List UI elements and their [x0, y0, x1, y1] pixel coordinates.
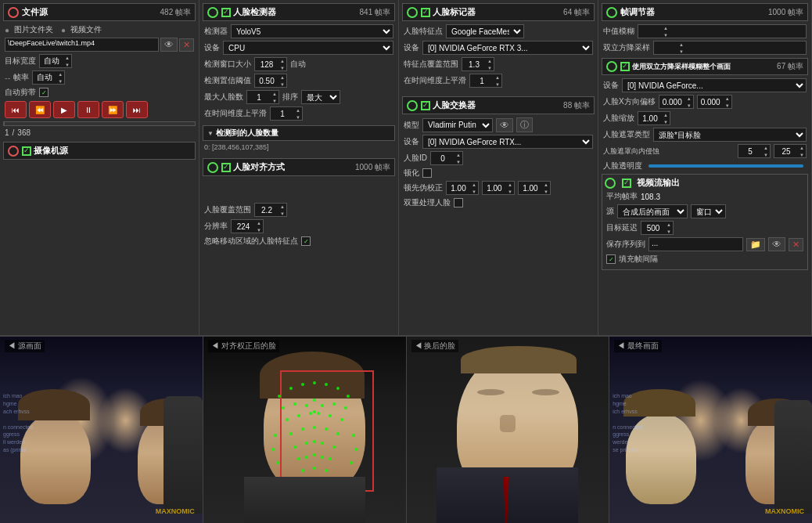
feature-range-spinbox[interactable]: 1.3 ▲ ▼	[462, 57, 494, 71]
filepath-eye-btn[interactable]: 👁	[160, 38, 178, 52]
fill-gap-checkbox[interactable]	[606, 254, 616, 264]
pre-sharpen-3[interactable]: 1.00 ▲▼	[518, 181, 551, 195]
svg-point-15	[297, 414, 300, 417]
detector-power-btn[interactable]	[207, 7, 218, 18]
svg-point-12	[332, 402, 336, 406]
double-process-checkbox[interactable]	[454, 198, 463, 207]
marker-panel: 人脸标记器 64 帧率 人脸特征点 Google FaceMesh 设备 [0]…	[399, 0, 598, 336]
swapper-check[interactable]	[421, 101, 430, 110]
detected-count-value: 0: [238,456,107,385]	[204, 143, 269, 151]
model-label: 模型	[404, 120, 419, 131]
source-type-image[interactable]: 图片文件夹	[14, 24, 53, 35]
save-seq-close-btn[interactable]: ✕	[789, 238, 803, 251]
bicubic-check[interactable]	[620, 62, 630, 71]
sort-label: 排序	[282, 92, 298, 103]
align-power-btn[interactable]	[207, 162, 218, 173]
model-info-btn[interactable]: ⓘ	[516, 117, 533, 132]
x-offset-spinbox[interactable]: 0.000 ▲▼	[659, 95, 694, 109]
window-select[interactable]: 窗口	[691, 204, 726, 218]
source-select[interactable]: 合成后的画面	[617, 204, 688, 218]
marker-fps: 64 帧率	[563, 7, 590, 18]
ignore-moving-checkbox[interactable]	[301, 236, 311, 246]
fps-up[interactable]: ▲	[56, 70, 64, 78]
sort-select[interactable]: 最大	[301, 90, 340, 104]
x-offset-value: 0.000	[659, 98, 685, 106]
y-offset-spinbox[interactable]: 0.000 ▲▼	[697, 95, 732, 109]
solidify-checkbox[interactable]	[422, 168, 432, 178]
detector-select[interactable]: YoloV5	[231, 24, 393, 38]
model-select[interactable]: Vladimir Putin	[422, 118, 493, 132]
detector-check[interactable]	[221, 8, 231, 17]
swap-device-label: 设备	[404, 136, 419, 147]
target-width-down[interactable]: ▼	[63, 61, 71, 68]
window-down[interactable]: ▼	[278, 64, 286, 71]
window-size-spinbox[interactable]: 128 ▲ ▼	[254, 57, 287, 71]
camera-check[interactable]	[22, 146, 31, 156]
svg-point-37	[313, 467, 316, 470]
threshold-down[interactable]: ▼	[278, 81, 286, 88]
adjuster-power-btn[interactable]	[606, 7, 617, 18]
fps-down[interactable]: ▼	[56, 78, 64, 85]
device-select[interactable]: CPU	[223, 41, 393, 55]
btn-prev[interactable]: ⏪	[29, 101, 51, 118]
window-size-row: 检测窗口大小 128 ▲ ▼ 自动	[203, 57, 395, 71]
swapper-power-btn[interactable]	[407, 100, 418, 111]
swapper-title: 人脸交换器	[433, 99, 560, 111]
scale-spinbox[interactable]: 1.00 ▲▼	[638, 111, 670, 125]
pre-sharpen-2[interactable]: 1.00 ▲▼	[482, 181, 515, 195]
erosion-spinbox[interactable]: 5 ▲▼	[738, 144, 771, 158]
detector-panel: 人脸检测器 841 帧率 检测器 YoloV5 设备 CPU 检测窗口大小	[199, 0, 399, 336]
delay-spinbox[interactable]: 500 ▲▼	[641, 221, 674, 235]
stream-power-btn[interactable]	[605, 178, 616, 189]
bicubic-spinbox[interactable]: ▲▼	[653, 41, 807, 55]
auto-tape-checkbox[interactable]	[39, 88, 49, 97]
threshold-spinbox[interactable]: 0.50 ▲ ▼	[254, 74, 287, 88]
svg-point-34	[321, 456, 324, 459]
btn-prev-fast[interactable]: ⏮	[5, 101, 27, 118]
marker-smooth-spinbox[interactable]: 1 ▲ ▼	[469, 74, 502, 88]
blur-spinbox[interactable]: 25 ▲▼	[774, 144, 807, 158]
save-seq-input[interactable]: ...	[649, 237, 743, 251]
smooth-spinbox[interactable]: 1 ▲ ▼	[270, 106, 303, 121]
marker-check[interactable]	[421, 8, 430, 17]
landmarks-select[interactable]: Google FaceMesh	[446, 24, 524, 38]
save-seq-folder-btn[interactable]: 📁	[746, 238, 765, 251]
model-eye-btn[interactable]: 👁	[496, 118, 513, 132]
btn-play[interactable]: ▶	[53, 101, 75, 118]
mask-type-select[interactable]: 源脸*目标脸	[653, 128, 807, 142]
btn-next[interactable]: ⏩	[102, 101, 124, 118]
bicubic-device-select[interactable]: [0] NVIDIA GeForce...	[622, 78, 807, 92]
filepath-input[interactable]: \DeepFaceLive\twitch1.mp4	[5, 38, 159, 52]
target-width-up[interactable]: ▲	[63, 54, 71, 61]
opacity-slider[interactable]	[649, 164, 803, 168]
btn-next-fast[interactable]: ⏭	[126, 101, 148, 118]
filepath-close-btn[interactable]: ✕	[179, 38, 194, 52]
target-width-spinbox[interactable]: 自动 ▲ ▼	[39, 54, 72, 68]
bicubic-power-btn[interactable]	[606, 61, 617, 72]
fps-spinbox[interactable]: 自动 ▲ ▼	[32, 70, 65, 85]
progress-bar[interactable]	[3, 121, 196, 126]
window-up[interactable]: ▲	[278, 57, 286, 64]
threshold-up[interactable]: ▲	[278, 74, 286, 81]
model-row: 模型 Vladimir Putin 👁 ⓘ	[402, 117, 595, 132]
marker-device-select[interactable]: [0] NVIDIA GeForce RTX 3...	[422, 41, 593, 55]
btn-pause[interactable]: ⏸	[77, 101, 99, 118]
filesource-power-btn[interactable]	[8, 7, 19, 18]
swap-device-select[interactable]: [0] NVIDIA GeForce RTX...	[422, 135, 593, 149]
align-check[interactable]	[221, 163, 231, 172]
detector-label: 检测器	[204, 26, 228, 37]
coverage-spinbox[interactable]: 2.2 ▲ ▼	[254, 203, 287, 217]
resolution-spinbox[interactable]: 224 ▲ ▼	[231, 219, 264, 233]
save-seq-eye-btn[interactable]: 👁	[768, 237, 785, 251]
threshold-label: 检测置信阈值	[204, 75, 251, 86]
marker-power-btn[interactable]	[407, 7, 418, 18]
camera-power-btn[interactable]	[8, 146, 19, 157]
face-id-spinbox[interactable]: 0 ▲ ▼	[430, 151, 463, 165]
source-type-video[interactable]: 视频文件	[70, 24, 102, 35]
window-size-label: 检测窗口大小	[204, 59, 251, 70]
stream-check[interactable]	[622, 179, 631, 188]
swapped-face-panel: ◀ 换后的脸	[407, 337, 610, 523]
pre-sharpen-1[interactable]: 1.00 ▲▼	[446, 181, 479, 195]
median-spinbox[interactable]: ▲▼	[638, 24, 807, 38]
max-faces-spinbox[interactable]: 1 ▲ ▼	[246, 90, 279, 104]
